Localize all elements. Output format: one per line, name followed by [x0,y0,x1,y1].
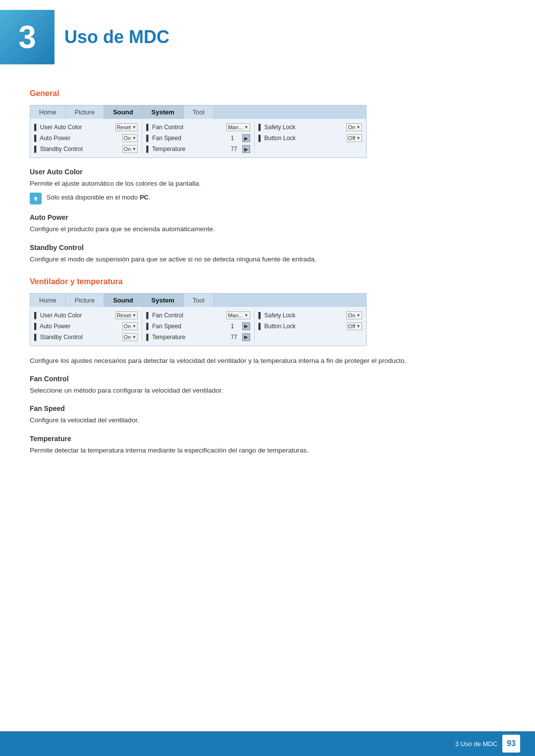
label2-standby-control: ▌ Standby Control [34,334,122,341]
value-auto-power: On ▼ [122,134,138,142]
temperature-number: 77 [231,146,241,152]
temperature-arrow[interactable]: ▶ [242,145,250,153]
label-safety-lock: ▌ Safety Lock [259,124,347,131]
select-safety-lock[interactable]: On ▼ [346,123,362,131]
select-auto-power[interactable]: On ▼ [122,134,138,142]
label2-fan-control: ▌ Fan Control [146,312,226,319]
value2-fan-control: Man... ▼ [226,311,250,319]
fan-speed-number: 1 [231,135,241,142]
temperature2-arrow[interactable]: ▶ [242,333,250,341]
select-fan-control[interactable]: Man... ▼ [226,123,250,131]
select-button-lock[interactable]: Off ▼ [347,134,362,142]
row2-safety-lock: ▌ Safety Lock On ▼ [259,310,362,321]
label2-user-auto-color: ▌ User Auto Color [34,312,115,319]
panel1-col2: ▌ Fan Control Man... ▼ ▌ Fan Speed 1 ▶ ▌… [142,122,254,154]
row-auto-power: ▌ Auto Power On ▼ [34,133,138,144]
select2-user-auto-color[interactable]: Reset ▼ [115,311,138,319]
value-fan-control: Man... ▼ [226,123,250,131]
panel1-body: ▌ User Auto Color Reset ▼ ▌ Auto Power O… [30,119,366,157]
row-button-lock: ▌ Button Lock Off ▼ [259,133,362,144]
auto-power-text: Configure el producto para que se encien… [30,224,505,234]
tab-system[interactable]: System [143,105,184,119]
value-temperature: 77 ▶ [231,145,250,153]
select2-fan-control[interactable]: Man... ▼ [226,311,250,319]
chapter-number-box: 3 [0,10,54,64]
user-auto-color-heading: User Auto Color [30,168,505,176]
row-temperature: ▌ Temperature 77 ▶ [146,144,250,154]
value2-standby-control: On ▼ [122,333,138,341]
row2-user-auto-color: ▌ User Auto Color Reset ▼ [34,310,138,321]
tab2-system[interactable]: System [143,294,184,307]
temperature-text: Permite detectar la temperatura interna … [30,446,505,455]
tab2-tool[interactable]: Tool [184,294,214,307]
user-auto-color-text: Permite el ajuste automático de los colo… [30,179,505,189]
row2-button-lock: ▌ Button Lock Off ▼ [259,321,362,332]
tab-home[interactable]: Home [30,105,66,119]
label-fan-control: ▌ Fan Control [146,124,226,131]
row-fan-speed: ▌ Fan Speed 1 ▶ [146,133,250,144]
label2-auto-power: ▌ Auto Power [34,323,122,330]
select2-auto-power[interactable]: On ▼ [122,322,138,330]
value2-user-auto-color: Reset ▼ [115,311,138,319]
panel2-body: ▌ User Auto Color Reset ▼ ▌ Auto Power O… [30,307,366,346]
chapter-title: Uso de MDC [64,27,169,48]
panel1-col1: ▌ User Auto Color Reset ▼ ▌ Auto Power O… [30,122,142,154]
select2-standby-control[interactable]: On ▼ [122,333,138,341]
label-auto-power: ▌ Auto Power [34,135,122,142]
label-button-lock: ▌ Button Lock [259,135,347,142]
temperature2-number: 77 [231,334,241,341]
label2-temperature: ▌ Temperature [146,334,230,341]
fan-speed2-arrow[interactable]: ▶ [242,322,250,330]
fan-speed-text: Configure la velocidad del ventilador. [30,415,505,425]
fan-control-heading: Fan Control [30,375,505,383]
label2-safety-lock: ▌ Safety Lock [259,312,347,319]
ventilador-panel: Home Picture Sound System Tool ▌ User Au… [30,293,367,346]
label-standby-control: ▌ Standby Control [34,146,122,152]
value2-temperature: 77 ▶ [231,333,250,341]
panel2-col3: ▌ Safety Lock On ▼ ▌ Button Lock Off ▼ [255,310,366,343]
auto-power-heading: Auto Power [30,213,505,221]
temperature-heading: Temperature [30,435,505,443]
panel1-tabs: Home Picture Sound System Tool [30,105,366,119]
select2-button-lock[interactable]: Off ▼ [347,322,362,330]
general-heading: General [30,89,505,98]
label-temperature: ▌ Temperature [146,146,230,152]
row-standby-control: ▌ Standby Control On ▼ [34,144,138,154]
tab-picture[interactable]: Picture [66,105,104,119]
tab2-sound[interactable]: Sound [104,294,142,307]
select-user-auto-color[interactable]: Reset ▼ [115,123,138,131]
label-fan-speed: ▌ Fan Speed [146,135,230,142]
tab2-picture[interactable]: Picture [66,294,104,307]
fan-speed-arrow[interactable]: ▶ [242,134,250,142]
panel2-col2: ▌ Fan Control Man... ▼ ▌ Fan Speed 1 ▶ ▌… [142,310,254,343]
fan-control-text: Seleccione un método para configurar la … [30,386,505,396]
value-standby-control: On ▼ [122,145,138,153]
main-content: General Home Picture Sound System Tool ▌… [0,79,535,487]
row2-fan-speed: ▌ Fan Speed 1 ▶ [146,321,250,332]
row2-temperature: ▌ Temperature 77 ▶ [146,332,250,343]
panel2-col1: ▌ User Auto Color Reset ▼ ▌ Auto Power O… [30,310,142,343]
standby-control-text: Configure el modo de suspensión para que… [30,254,505,264]
select-standby-control[interactable]: On ▼ [122,145,138,153]
row-fan-control: ▌ Fan Control Man... ▼ [146,122,250,133]
value2-auto-power: On ▼ [122,322,138,330]
panel1-col3: ▌ Safety Lock On ▼ ▌ Button Lock Off ▼ [255,122,366,154]
row2-auto-power: ▌ Auto Power On ▼ [34,321,138,332]
fan-speed-heading: Fan Speed [30,404,505,412]
tab-sound[interactable]: Sound [104,105,142,119]
page-footer: 3 Uso de MDC 93 [0,731,535,756]
tab2-home[interactable]: Home [30,294,66,307]
ventilador-heading: Ventilador y temperatura [30,277,505,286]
value-button-lock: Off ▼ [347,134,362,142]
row-user-auto-color: ▌ User Auto Color Reset ▼ [34,122,138,133]
value-fan-speed: 1 ▶ [231,134,250,142]
select2-safety-lock[interactable]: On ▼ [346,311,362,319]
note-icon [30,193,42,204]
row2-fan-control: ▌ Fan Control Man... ▼ [146,310,250,321]
note-text: Sólo está disponible en el modo PC. [47,193,151,201]
value-safety-lock: On ▼ [346,123,362,131]
footer-text: 3 Uso de MDC [455,740,497,748]
note-box: Sólo está disponible en el modo PC. [30,193,505,204]
ventilador-description: Configure los ajustes necesarios para de… [30,356,505,366]
tab-tool[interactable]: Tool [184,105,214,119]
